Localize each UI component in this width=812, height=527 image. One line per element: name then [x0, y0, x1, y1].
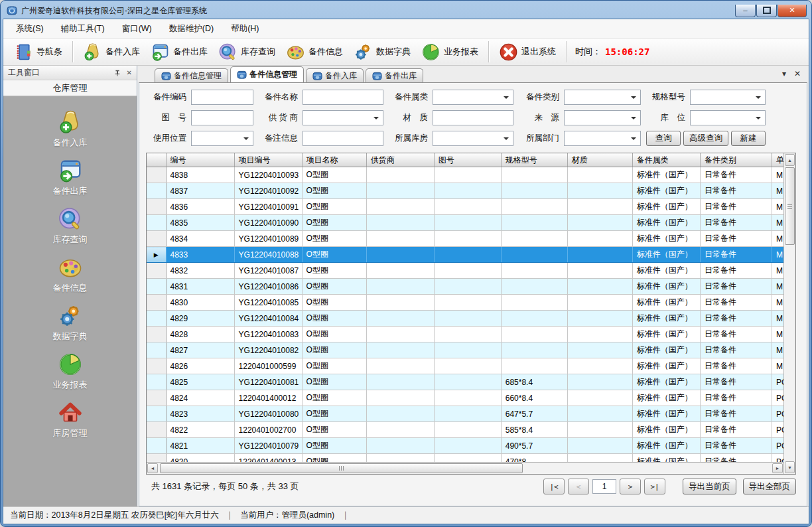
export-all-pages-button[interactable]: 导出全部页 [743, 479, 797, 494]
cell-spec[interactable] [501, 358, 567, 374]
tab-parts-info-management-1[interactable]: 备件信息管理 [155, 68, 228, 82]
menu-item-tools[interactable]: 辅助工具(T) [52, 19, 113, 38]
cell-mat[interactable] [567, 279, 632, 295]
row-selector[interactable] [147, 311, 166, 327]
warehouse-management-group[interactable]: 仓库管理 [3, 80, 137, 96]
cell-mat[interactable] [567, 199, 632, 215]
cell-sup[interactable] [366, 358, 434, 374]
cell-name[interactable]: O型圈 [302, 327, 366, 342]
header-drawing-no[interactable]: 图号 [434, 153, 501, 167]
cell-cat[interactable]: 标准件（国产） [632, 374, 700, 390]
cell-cat[interactable]: 标准件（国产） [632, 327, 700, 342]
export-current-page-button[interactable]: 导出当前页 [683, 479, 736, 494]
table-row[interactable]: 4837YG12204010092O型圈标准件（国产）日常备件M [147, 183, 783, 199]
cell-sup[interactable] [366, 454, 434, 463]
search-select[interactable] [433, 131, 513, 146]
cell-mat[interactable] [567, 215, 632, 231]
cell-unit[interactable]: M [772, 247, 783, 263]
cell-name[interactable]: O型圈 [302, 199, 366, 215]
row-selector[interactable] [147, 406, 166, 422]
toolbar-parts-inbound-button[interactable]: 备件入库 [78, 40, 145, 64]
row-selector[interactable] [147, 438, 166, 454]
cell-cat[interactable]: 标准件（国产） [632, 183, 700, 199]
cell-sup[interactable] [366, 263, 434, 279]
cell-name[interactable]: O型圈 [302, 231, 366, 247]
toolbar-data-dictionary-button[interactable]: 数据字典 [348, 40, 416, 64]
cell-no[interactable]: 4824 [166, 390, 234, 406]
search-select[interactable] [564, 110, 641, 125]
cell-no[interactable]: 4825 [166, 374, 234, 390]
table-row[interactable]: 4838YG12204010093O型圈标准件（国产）日常备件M [147, 167, 783, 183]
cell-pno[interactable]: YG12204010087 [234, 263, 302, 279]
tool-window-close-icon[interactable]: ✕ [127, 69, 132, 76]
cell-no[interactable]: 4821 [166, 438, 234, 454]
cell-unit[interactable]: M [772, 295, 783, 311]
cell-unit[interactable]: M [772, 183, 783, 199]
table-row[interactable]: 48261220401000599O型圈标准件（国产）日常备件M [147, 358, 783, 374]
search-input[interactable] [303, 90, 383, 105]
cell-cat[interactable]: 标准件（国产） [632, 167, 700, 183]
cell-typ[interactable]: 日常备件 [700, 358, 772, 374]
scroll-left-icon[interactable]: ◄ [147, 463, 158, 473]
cell-pno[interactable]: YG12204010086 [234, 279, 302, 295]
cell-name[interactable]: O型圈 [302, 374, 366, 390]
cell-dwg[interactable] [434, 374, 501, 390]
cell-dwg[interactable] [434, 199, 501, 215]
header-project-no[interactable]: 项目编号 [234, 153, 302, 167]
cell-dwg[interactable] [434, 311, 501, 327]
cell-name[interactable]: O型圈 [302, 454, 366, 463]
cell-mat[interactable] [567, 342, 632, 358]
table-row[interactable]: 4830YG12204010085O型圈标准件（国产）日常备件M [147, 295, 783, 311]
cell-no[interactable]: 4828 [166, 327, 234, 342]
cell-unit[interactable]: PC [772, 406, 783, 422]
cell-name[interactable]: O型圈 [302, 183, 366, 199]
cell-dwg[interactable] [434, 167, 501, 183]
cell-typ[interactable]: 日常备件 [700, 199, 772, 215]
cell-pno[interactable]: YG12204010084 [234, 311, 302, 327]
cell-mat[interactable] [567, 374, 632, 390]
cell-dwg[interactable] [434, 438, 501, 454]
cell-cat[interactable]: 标准件（国产） [632, 406, 700, 422]
cell-sup[interactable] [366, 215, 434, 231]
tab-parts-info-management-2[interactable]: 备件信息管理 [230, 66, 304, 82]
search-input[interactable] [303, 131, 383, 146]
cell-cat[interactable]: 标准件（国产） [632, 438, 700, 454]
cell-spec[interactable]: 647*5.7 [501, 406, 567, 422]
cell-sup[interactable] [366, 374, 434, 390]
row-selector[interactable] [147, 327, 166, 342]
search-select[interactable] [433, 90, 513, 105]
cell-spec[interactable] [501, 279, 567, 295]
cell-spec[interactable] [501, 167, 567, 183]
first-page-button[interactable]: |< [543, 479, 565, 494]
menu-item-data-maintenance[interactable]: 数据维护(D) [161, 19, 222, 38]
header-material[interactable]: 材质 [567, 153, 632, 167]
cell-mat[interactable] [567, 183, 632, 199]
cell-sup[interactable] [366, 167, 434, 183]
cell-pno[interactable]: YG12204010092 [234, 183, 302, 199]
cell-typ[interactable]: 日常备件 [700, 374, 772, 390]
cell-name[interactable]: O型圈 [302, 215, 366, 231]
cell-no[interactable]: 4834 [166, 231, 234, 247]
row-selector[interactable]: ▶ [147, 247, 166, 263]
toolbar-navbar-button[interactable]: 导航条 [9, 40, 68, 64]
cell-unit[interactable]: PC [772, 390, 783, 406]
cell-sup[interactable] [366, 311, 434, 327]
cell-name[interactable]: O型圈 [302, 422, 366, 438]
cell-typ[interactable]: 日常备件 [700, 215, 772, 231]
cell-sup[interactable] [366, 231, 434, 247]
search-select[interactable] [690, 110, 766, 125]
cell-spec[interactable]: 490*5.7 [501, 438, 567, 454]
cell-spec[interactable] [501, 231, 567, 247]
header-spec[interactable]: 规格型号 [501, 153, 567, 167]
header-category[interactable]: 备件属类 [632, 153, 700, 167]
cell-name[interactable]: O型圈 [302, 263, 366, 279]
cell-name[interactable]: O型圈 [302, 295, 366, 311]
cell-pno[interactable]: YG12204010081 [234, 374, 302, 390]
cell-mat[interactable] [567, 167, 632, 183]
toolbar-stock-query-button[interactable]: 库存查询 [213, 40, 281, 64]
row-selector[interactable] [147, 215, 166, 231]
toolbar-exit-button[interactable]: 退出系统 [494, 40, 561, 64]
table-row[interactable]: 48241220401400012O型圈660*8.4标准件（国产）日常备件PC [147, 390, 783, 406]
row-selector[interactable] [147, 167, 166, 183]
cell-spec[interactable] [501, 342, 567, 358]
